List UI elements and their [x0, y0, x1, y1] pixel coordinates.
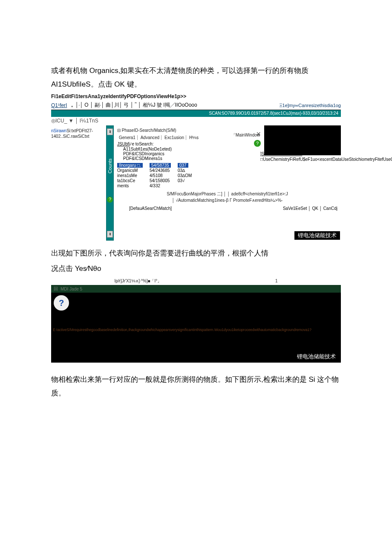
dialog-2-titlebar: 回 MDI Jade 5 [51, 285, 341, 293]
row-pct: 03√ [178, 178, 190, 183]
paragraph-2b: 况点击 Yes∕Nθo [51, 262, 341, 276]
dialog-2-message: E·IactiveS/Mrequiresthegoodbaselinedefin… [51, 313, 341, 333]
row-pct [178, 183, 190, 188]
row-inorganic-selected[interactable]: IInorgaru □. [117, 163, 143, 168]
bottom-line-2[interactable]: │ √AutomaticMatching1ines-β Γ PromoteF∧e… [117, 197, 337, 203]
menu-bar[interactable]: Fi1eEditFi1tersAna1yzeIdentifyPDFOptions… [51, 93, 341, 99]
bottom-line-1[interactable]: S/MFocu$onMajorPhases 二] │ │ ade8cff<che… [117, 191, 337, 197]
filters-panel: ]Seareh/MatchFi1ters: □UseChemistryFiRef… [260, 151, 335, 162]
subfiles-heading-2: ﾉe toSearch: [130, 142, 153, 146]
tab-general[interactable]: Genera1 [117, 135, 138, 140]
paragraph-1: 或者有机物 Organics,如果实在不太清楚物质的种类，可以选择第一行的所有物… [51, 64, 341, 92]
row-pct: 03∆OM [178, 173, 190, 178]
row-count: 54/243685 [150, 168, 175, 173]
row-count: 4/5108 [150, 173, 175, 178]
file-link[interactable]: nSirawn [51, 128, 66, 133]
status-strip: SCAN:5O789.99O1/0.01972/57.8(sec1CuJ(max… [51, 110, 341, 117]
filters-options[interactable]: □UseChemistryFiRefU$eF1uo<escentDataUseS… [260, 157, 335, 162]
vbar-button-top[interactable]: ﾖ [107, 128, 113, 135]
ruler-row: Ip/r]Jr'X1⅟₈∧]·°%]■「I°」 1 [51, 277, 341, 285]
subfile-stats-table: IInorgaru □. 54/58735 037 OrganicsM 54/2… [117, 163, 185, 188]
toolbar-left[interactable]: Q1¹ferI [51, 102, 67, 108]
file-list-panel: nSirawnSi:txtPDFtt27-1402..SiC.rawSiCtxt [51, 125, 106, 241]
dialog-button-row: [DefauASearChMatch] SaVe1EeSet │ QK │ Ca… [114, 204, 341, 211]
vbar-button-bottom[interactable]: ﾖ [107, 231, 113, 238]
app-main-area: nSirawnSi:txtPDFtt27-1402..SiC.rawSiCtxt… [51, 125, 341, 241]
subfile-option[interactable]: PDF&ICSDMinera1s [123, 156, 185, 161]
subfile-option[interactable]: PDF&ICSDInorganics [123, 151, 185, 156]
paragraph-2a: 出现如下图所示，代表询问你是否需要进行曲线的平滑，根据个人情 [51, 247, 341, 260]
toolbar-mid[interactable]: ｡ │·│ O │ 副·│ 曲│川│ 弓 │ ˜ │ 相⅟₈J 驶 I羯╱IIO… [71, 102, 197, 109]
row-label[interactable]: inera1sMe [117, 173, 147, 178]
dialog-2-title-text: MDI Jade 5 [61, 287, 82, 291]
default-search-match-button[interactable]: [DefauASearChMatch] [129, 206, 172, 211]
dialog-2-body: 回 MDI Jade 5 ? E·IactiveS/Mrequiresthego… [51, 285, 341, 363]
row-inorganic-count: 54/58735 [150, 163, 171, 168]
dialog-area: × ? 「MainWindow ⊟ PhaseID-Search/Match(S… [114, 125, 341, 241]
watermark-badge: 锂电池储能技术 [294, 352, 339, 361]
vertical-counts-bar: ﾖ Counts ? ﾖ [106, 125, 114, 241]
row-count: 4/332 [150, 183, 175, 188]
toolbar-right[interactable]: Ξ1e]my∞Canresizethisdia1og [279, 103, 341, 108]
vbar-help-icon[interactable]: ? [107, 197, 113, 203]
dialog-bottom-text: S/MFocu$onMajorPhases 二] │ │ ade8cff<che… [114, 188, 341, 204]
paragraph-3: 物相检索出来第一行对应的一般就是你所测得的物质。如下图所示,检索出来的是 Si … [51, 373, 341, 401]
row-label[interactable]: ments [117, 183, 147, 188]
row-inorganic-pct: 037 [178, 163, 188, 168]
tab-exclusion[interactable]: Exc1usion [163, 135, 186, 140]
filters-heading: ]Seareh/MatchFi1ters: [260, 151, 335, 157]
doc-selector-row[interactable]: ◎ICU_ ▼ │ I⅟₈1TnS [51, 117, 341, 125]
row-label[interactable]: OrganicsM [117, 168, 147, 173]
ok-cancel-buttons[interactable]: SaVe1EeSet │ QK │ CanCdj [283, 206, 337, 211]
vbar-axis-label: Counts [107, 158, 112, 173]
row-pct: 03∆ [178, 168, 190, 173]
toolbar-row: Q1¹ferI ｡ │·│ O │ 副·│ 曲│川│ 弓 │ ˜ │ 相⅟₈J … [51, 101, 341, 110]
subfiles-heading: JSUbfi [117, 142, 130, 146]
tab-advanced[interactable]: Advanced [139, 135, 161, 140]
subfile-option[interactable]: A11Subfi1es(NoDe1eted) [123, 147, 185, 151]
screenshot-2: Ip/r]Jr'X1⅟₈∧]·°%]■「I°」 1 回 MDI Jade 5 ?… [51, 277, 341, 363]
watermark-badge: 锂电池储能技术 [294, 231, 340, 240]
restore-icon[interactable]: 回 [54, 286, 58, 292]
question-mark-icon: ? [59, 298, 64, 308]
question-bubble-icon: ? [54, 295, 69, 311]
row-count: 54/158005 [150, 178, 175, 183]
help-icon[interactable]: ? [254, 140, 261, 147]
tab-hits[interactable]: H⅟₈s [187, 135, 200, 140]
row-label[interactable]: ta1bcsCe [117, 178, 147, 183]
main-window-label: 「MainWindow [231, 132, 260, 138]
